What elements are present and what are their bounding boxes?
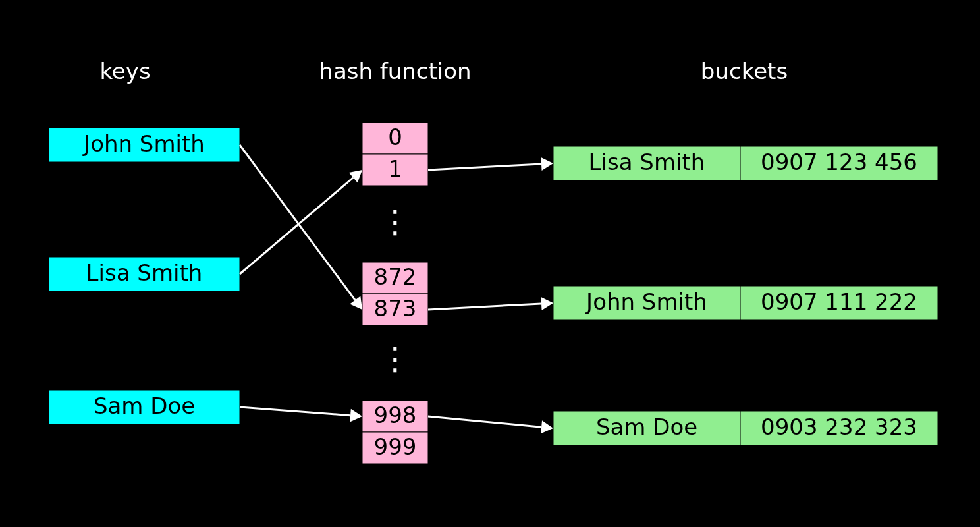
hash-ellipsis-1: ⋮: [379, 340, 411, 377]
heading-buckets: buckets: [701, 58, 788, 84]
hash-ellipsis-0: ⋮: [379, 203, 411, 240]
arrow-key-0: [240, 145, 355, 300]
hash-value-0-1: 1: [388, 155, 402, 182]
arrow-hash-0-head: [541, 157, 553, 171]
bucket-value-1: 0907 111 222: [761, 289, 917, 315]
arrow-hash-1: [428, 304, 541, 310]
hash-value-2-0: 998: [374, 402, 417, 428]
hash-value-0-0: 0: [388, 124, 402, 150]
hash-value-1-0: 872: [374, 264, 417, 290]
bucket-name-0: Lisa Smith: [589, 149, 705, 175]
heading-keys: keys: [99, 58, 150, 84]
key-label-0: John Smith: [82, 130, 205, 157]
hash-value-2-1: 999: [374, 433, 417, 460]
arrow-hash-2-head: [541, 420, 553, 433]
hash-value-1-1: 873: [374, 295, 417, 321]
arrow-key-1: [240, 178, 353, 274]
key-label-2: Sam Doe: [94, 393, 195, 419]
bucket-name-1: John Smith: [585, 289, 707, 315]
bucket-name-2: Sam Doe: [596, 414, 697, 440]
arrow-key-0-head: [350, 296, 362, 310]
bucket-value-0: 0907 123 456: [761, 149, 917, 175]
arrow-hash-2: [428, 416, 541, 427]
arrow-hash-1-head: [541, 297, 553, 310]
bucket-value-2: 0903 232 323: [761, 414, 917, 440]
arrow-key-2-head: [350, 409, 362, 422]
key-label-1: Lisa Smith: [86, 260, 203, 286]
arrow-hash-0: [428, 164, 541, 170]
arrow-key-2: [240, 407, 350, 416]
heading-hash-function: hash function: [319, 58, 471, 84]
